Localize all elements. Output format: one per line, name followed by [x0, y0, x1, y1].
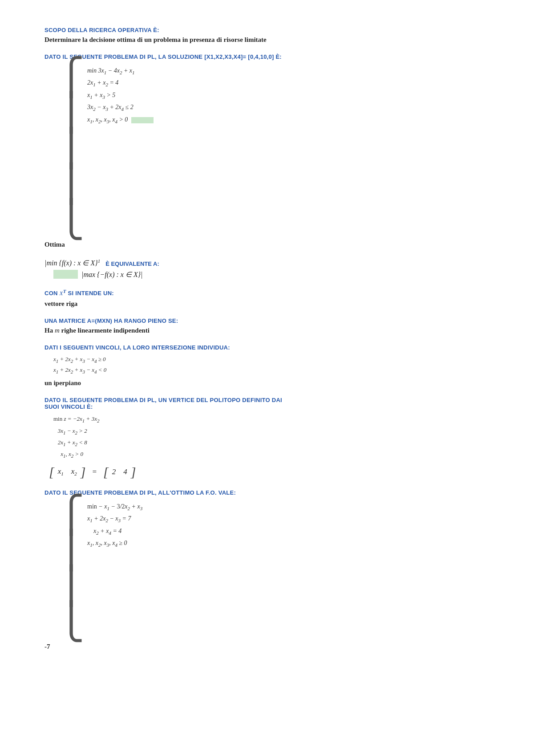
matrix-vals: 2 4: [112, 467, 127, 476]
fo-line1: min − x1 − 3/2x2 + x3: [87, 501, 142, 512]
fo-line3: x2 + x4 = 4: [87, 526, 142, 537]
matrix-vars: x1 x2: [58, 467, 77, 476]
pol-line2: 3x1 − x2 > 2: [53, 426, 490, 437]
math-vincoli: x1 + 2x2 + x3 − x4 ≥ 0 x1 + 2x2 + x3 − x…: [53, 354, 490, 376]
vincolo-line1: x1 + 2x2 + x3 − x4 ≥ 0: [53, 354, 490, 365]
section-equivalente: |min {f(x) : x ∈ X}1 È EQUIVALENTE A: |m…: [44, 258, 490, 279]
answer-scopo: Determinare la decisione ottima di un pr…: [44, 36, 490, 44]
vincolo-line2: x1 + 2x2 + x3 − x4 < 0: [53, 365, 490, 376]
label-scopo: SCOPO DELLA RICERCA OPERATIVA È:: [44, 27, 490, 33]
pl-line3: x1 + x3 > 5: [87, 90, 154, 101]
answer-equivalente: |max {−f(x) : x ∈ X}|: [81, 270, 143, 279]
math-system-pl: ⎧⎪⎪⎪⎩ min 3x1 − 4x2 + x1 2x1 + x2 = 4 x1…: [53, 64, 490, 237]
pol-line4: x1, x2 > 0: [53, 449, 490, 460]
pl-line4: 3x2 − x3 + 2x4 ≤ 2: [87, 102, 154, 113]
section-pl-soluzione: DATO IL SEGUENTE PROBLEMA DI PL, LA SOLU…: [44, 53, 490, 248]
answer-fo-value: -7: [44, 643, 490, 650]
label-rango: UNA MATRICE A=(MXN) HA RANGO PIENO SE:: [44, 317, 490, 324]
label-fo-value: DATO IL SEGUENTE PROBLEMA DI PL, ALL'OTT…: [44, 489, 490, 496]
answer-vincoli: un iperpiano: [44, 379, 490, 387]
math-fo: ⎧⎪⎪⎩ min − x1 − 3/2x2 + x3 x1 + 2x2 − x3…: [53, 500, 490, 639]
pl-line1: min 3x1 − 4x2 + x1: [87, 65, 154, 77]
math-politopo: min z = −2x1 + 3x2 3x1 − x2 > 2 2x1 + x2…: [53, 414, 490, 461]
section-rango: UNA MATRICE A=(MXN) HA RANGO PIENO SE: H…: [44, 317, 490, 334]
section-fo-value: DATO IL SEGUENTE PROBLEMA DI PL, ALL'OTT…: [44, 489, 490, 650]
section-scopo: SCOPO DELLA RICERCA OPERATIVA È: Determi…: [44, 27, 490, 44]
label-equivalente: |min {f(x) : x ∈ X}1 È EQUIVALENTE A:: [44, 258, 490, 267]
answer-equivalente-row: |max {−f(x) : x ∈ X}|: [53, 270, 490, 279]
section-vincoli: DATI I SEGUENTI VINCOLI, LA LORO INTERSE…: [44, 344, 490, 387]
fo-line4: x1, x2, x3, x4 ≥ 0: [87, 538, 142, 549]
fo-line2: x1 + 2x2 − x3 = 7: [87, 513, 142, 524]
label-politopo: DATO IL SEGUENTE PROBLEMA DI PL, UN VERT…: [44, 397, 490, 410]
section-vettore: CON xT SI INTENDE UN: vettore riga: [44, 289, 490, 307]
pl-line2: 2x1 + x2 = 4: [87, 77, 154, 89]
answer-pl-soluzione: Ottima: [44, 241, 490, 248]
answer-politopo: [ x1 x2 ] = [ 2 4 ]: [49, 464, 490, 480]
answer-rango: Ha m righe linearmente indipendenti: [44, 327, 490, 334]
label-vincoli: DATI I SEGUENTI VINCOLI, LA LORO INTERSE…: [44, 344, 490, 351]
pl-line5: x1, x2, x3, x4 > 0: [87, 114, 154, 126]
section-politopo: DATO IL SEGUENTE PROBLEMA DI PL, UN VERT…: [44, 397, 490, 480]
label-vettore: CON xT SI INTENDE UN:: [44, 289, 490, 297]
label-pl-soluzione: DATO IL SEGUENTE PROBLEMA DI PL, LA SOLU…: [44, 53, 490, 60]
pol-line3: 2x1 + x2 < 8: [53, 437, 490, 449]
pol-line1: min z = −2x1 + 3x2: [53, 414, 490, 425]
answer-vettore: vettore riga: [44, 300, 490, 308]
